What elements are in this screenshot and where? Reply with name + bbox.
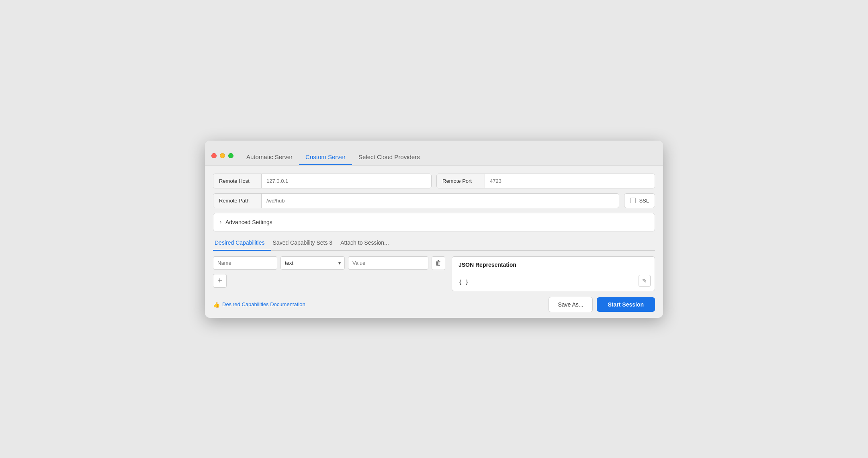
remote-host-input[interactable] [262, 174, 431, 188]
ssl-checkbox[interactable] [630, 198, 636, 203]
close-button[interactable] [211, 153, 217, 158]
trash-icon: 🗑 [435, 260, 442, 267]
capability-body: text boolean number object json 🗑 [213, 256, 655, 291]
capability-add-button[interactable]: + [213, 274, 227, 288]
advanced-settings-label: Advanced Settings [225, 219, 272, 225]
minimize-button[interactable] [220, 153, 225, 158]
capability-delete-button[interactable]: 🗑 [432, 256, 445, 270]
ssl-field: SSL [624, 193, 655, 208]
tab-cloud-providers[interactable]: Select Cloud Providers [352, 150, 426, 165]
capability-inputs: text boolean number object json 🗑 [213, 256, 446, 291]
remote-path-label: Remote Path [213, 194, 262, 208]
chevron-right-icon: › [220, 219, 221, 225]
json-edit-button[interactable]: ✎ [639, 275, 651, 287]
tab-automatic-server[interactable]: Automatic Server [245, 150, 299, 165]
remote-path-input[interactable] [262, 194, 619, 208]
footer: 👍 Desired Capabilities Documentation Sav… [205, 291, 663, 318]
edit-icon: ✎ [642, 278, 647, 284]
tab-saved-capability-sets[interactable]: Saved Capability Sets 3 [271, 236, 339, 251]
titlebar: Automatic Server Custom Server Select Cl… [205, 141, 663, 166]
tab-attach-to-session[interactable]: Attach to Session... [339, 236, 395, 251]
remote-path-field: Remote Path [213, 193, 619, 208]
capability-type-wrapper: text boolean number object json [280, 256, 345, 270]
capability-tabs: Desired Capabilities Saved Capability Se… [213, 236, 655, 251]
json-body: { } ✎ [452, 273, 655, 291]
save-as-button[interactable]: Save As... [549, 297, 592, 312]
capability-value-input[interactable] [348, 256, 428, 270]
doc-link-label: Desired Capabilities Documentation [222, 301, 305, 307]
remote-port-field: Remote Port [436, 174, 655, 188]
remote-host-label: Remote Host [213, 174, 262, 188]
remote-port-label: Remote Port [437, 174, 485, 188]
json-content: { } [459, 279, 469, 285]
capability-row: text boolean number object json 🗑 [213, 256, 446, 270]
tab-custom-server[interactable]: Custom Server [299, 150, 352, 165]
main-content: Remote Host Remote Port Remote Path SSL … [205, 166, 663, 291]
tab-desired-capabilities[interactable]: Desired Capabilities [213, 236, 271, 251]
host-port-row: Remote Host Remote Port [213, 174, 655, 188]
doc-link[interactable]: 👍 Desired Capabilities Documentation [213, 301, 305, 308]
remote-host-field: Remote Host [213, 174, 432, 188]
capability-type-select[interactable]: text boolean number object json [280, 256, 345, 270]
plus-icon: + [217, 276, 222, 285]
json-panel: JSON Representation { } ✎ [452, 256, 655, 291]
capabilities-section: Desired Capabilities Saved Capability Se… [213, 236, 655, 291]
remote-port-input[interactable] [485, 174, 655, 188]
start-session-button[interactable]: Start Session [597, 297, 655, 312]
server-tabs: Automatic Server Custom Server Select Cl… [237, 150, 434, 165]
advanced-settings-toggle[interactable]: › Advanced Settings [213, 213, 655, 231]
thumbs-up-icon: 👍 [213, 301, 220, 308]
ssl-label: SSL [639, 198, 649, 204]
path-ssl-row: Remote Path SSL [213, 193, 655, 208]
capability-name-input[interactable] [213, 256, 277, 270]
maximize-button[interactable] [228, 153, 233, 158]
json-representation-header: JSON Representation [452, 257, 655, 273]
app-window: Automatic Server Custom Server Select Cl… [205, 141, 663, 318]
footer-buttons: Save As... Start Session [549, 297, 655, 312]
